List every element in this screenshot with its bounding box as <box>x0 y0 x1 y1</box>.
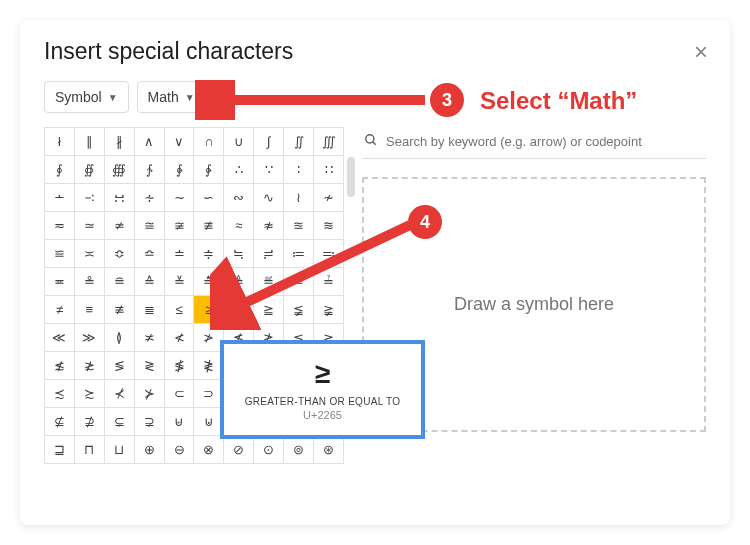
character-cell[interactable]: ≚ <box>165 268 195 296</box>
character-cell[interactable]: ∼ <box>165 184 195 212</box>
character-cell[interactable]: ł <box>45 128 75 156</box>
character-cell[interactable]: ≂ <box>45 212 75 240</box>
character-cell[interactable]: ∺ <box>105 184 135 212</box>
character-cell[interactable]: ≈ <box>224 212 254 240</box>
character-cell[interactable]: ∵ <box>254 156 284 184</box>
character-cell[interactable]: ≑ <box>194 240 224 268</box>
search-input[interactable] <box>386 134 704 149</box>
character-cell[interactable]: ≙ <box>135 268 165 296</box>
character-cell[interactable]: ≌ <box>45 240 75 268</box>
character-cell[interactable]: ∰ <box>105 156 135 184</box>
character-cell[interactable]: ≋ <box>314 212 344 240</box>
character-cell[interactable]: ≫ <box>75 324 105 352</box>
character-cell[interactable]: ∴ <box>224 156 254 184</box>
character-cell[interactable]: ≣ <box>135 296 165 324</box>
character-cell[interactable]: ≅ <box>135 212 165 240</box>
character-cell[interactable]: ∩ <box>194 128 224 156</box>
character-cell[interactable]: ≗ <box>75 268 105 296</box>
character-cell[interactable]: ≩ <box>314 296 344 324</box>
character-cell[interactable]: ⊒ <box>45 436 75 464</box>
character-cell[interactable]: ∲ <box>165 156 195 184</box>
character-cell[interactable]: ∸ <box>45 184 75 212</box>
character-cell[interactable]: ≿ <box>75 380 105 408</box>
character-cell[interactable]: ∨ <box>165 128 195 156</box>
character-cell[interactable]: ≵ <box>75 352 105 380</box>
character-cell[interactable]: ⊙ <box>254 436 284 464</box>
character-cell[interactable]: ≏ <box>135 240 165 268</box>
character-cell[interactable]: ≢ <box>105 296 135 324</box>
subcategory-dropdown[interactable]: Math ▼ <box>137 81 206 113</box>
character-cell[interactable]: ≤ <box>165 296 195 324</box>
character-cell[interactable]: ≥ <box>194 296 224 324</box>
character-cell[interactable]: ≧ <box>254 296 284 324</box>
character-cell[interactable]: ⊁ <box>135 380 165 408</box>
character-cell[interactable]: ∧ <box>135 128 165 156</box>
character-cell[interactable]: ≐ <box>165 240 195 268</box>
character-cell[interactable]: ≴ <box>45 352 75 380</box>
character-cell[interactable]: ≒ <box>224 240 254 268</box>
character-cell[interactable]: ∫ <box>254 128 284 156</box>
character-cell[interactable]: ∹ <box>75 184 105 212</box>
character-cell[interactable]: ⊛ <box>314 436 344 464</box>
character-cell[interactable]: ≸ <box>165 352 195 380</box>
character-cell[interactable]: ∬ <box>284 128 314 156</box>
character-cell[interactable]: ⊉ <box>75 408 105 436</box>
character-cell[interactable]: ⊌ <box>165 408 195 436</box>
grid-scrollbar-thumb[interactable] <box>347 157 355 197</box>
character-cell[interactable]: ≄ <box>105 212 135 240</box>
character-cell[interactable]: ≞ <box>284 268 314 296</box>
character-cell[interactable]: ≔ <box>284 240 314 268</box>
character-cell[interactable]: ≀ <box>284 184 314 212</box>
character-cell[interactable]: ≪ <box>45 324 75 352</box>
character-cell[interactable]: ≭ <box>135 324 165 352</box>
character-cell[interactable]: ≷ <box>135 352 165 380</box>
character-cell[interactable]: ≛ <box>194 268 224 296</box>
character-cell[interactable]: ⊀ <box>105 380 135 408</box>
character-cell[interactable]: ⊈ <box>45 408 75 436</box>
character-cell[interactable]: ⊘ <box>224 436 254 464</box>
character-cell[interactable]: ≝ <box>254 268 284 296</box>
character-cell[interactable]: ∿ <box>254 184 284 212</box>
character-cell[interactable]: ≨ <box>284 296 314 324</box>
character-cell[interactable]: ∦ <box>105 128 135 156</box>
character-cell[interactable]: ≟ <box>314 268 344 296</box>
character-cell[interactable]: ∽ <box>194 184 224 212</box>
character-cell[interactable]: ≉ <box>254 212 284 240</box>
character-cell[interactable]: ≍ <box>75 240 105 268</box>
character-cell[interactable]: ⊊ <box>105 408 135 436</box>
character-cell[interactable]: ⊚ <box>284 436 314 464</box>
character-cell[interactable]: ∯ <box>75 156 105 184</box>
character-cell[interactable]: ≜ <box>224 268 254 296</box>
character-cell[interactable]: ∳ <box>194 156 224 184</box>
close-button[interactable]: × <box>694 40 708 64</box>
character-cell[interactable]: ∪ <box>224 128 254 156</box>
character-cell[interactable]: ≇ <box>194 212 224 240</box>
character-cell[interactable]: ⊔ <box>105 436 135 464</box>
character-cell[interactable]: ⊂ <box>165 380 195 408</box>
character-cell[interactable]: ≦ <box>224 296 254 324</box>
character-cell[interactable]: ⊕ <box>135 436 165 464</box>
character-cell[interactable]: ≖ <box>45 268 75 296</box>
character-cell[interactable]: ≎ <box>105 240 135 268</box>
character-cell[interactable]: ≃ <box>75 212 105 240</box>
character-cell[interactable]: ∥ <box>75 128 105 156</box>
character-cell[interactable]: ∻ <box>135 184 165 212</box>
character-cell[interactable]: ≘ <box>105 268 135 296</box>
character-cell[interactable]: ≓ <box>254 240 284 268</box>
character-cell[interactable]: ∶ <box>284 156 314 184</box>
character-cell[interactable]: ≡ <box>75 296 105 324</box>
character-cell[interactable]: ≮ <box>165 324 195 352</box>
character-cell[interactable]: ∮ <box>45 156 75 184</box>
character-cell[interactable]: ≆ <box>165 212 195 240</box>
character-cell[interactable]: ≾ <box>45 380 75 408</box>
character-cell[interactable]: ∭ <box>314 128 344 156</box>
character-cell[interactable]: ≬ <box>105 324 135 352</box>
character-cell[interactable]: ≠ <box>45 296 75 324</box>
character-cell[interactable]: ∾ <box>224 184 254 212</box>
category-dropdown[interactable]: Symbol ▼ <box>44 81 129 113</box>
character-cell[interactable]: ≊ <box>284 212 314 240</box>
character-cell[interactable]: ≁ <box>314 184 344 212</box>
character-cell[interactable]: ≶ <box>105 352 135 380</box>
character-cell[interactable]: ⊖ <box>165 436 195 464</box>
character-cell[interactable]: ≕ <box>314 240 344 268</box>
